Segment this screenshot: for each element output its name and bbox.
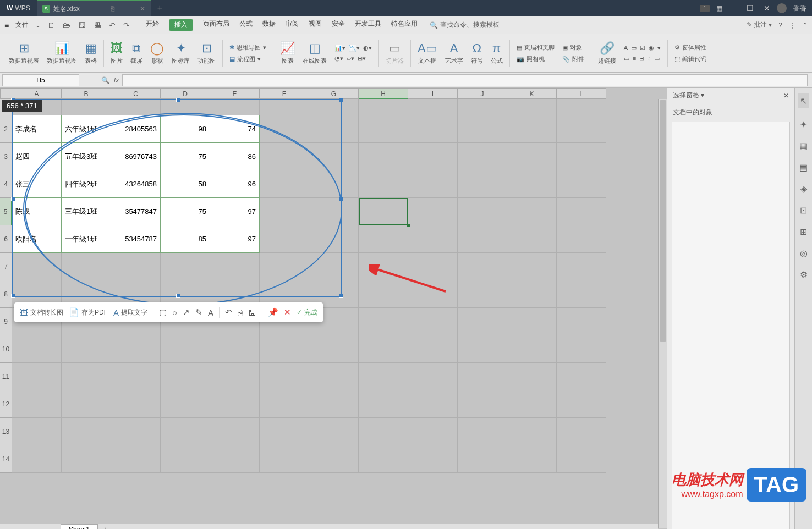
cell[interactable] [507, 198, 557, 225]
screenshot-button[interactable]: ⧉截屏 [127, 37, 146, 70]
cell[interactable] [359, 198, 408, 225]
cell[interactable] [359, 308, 408, 335]
row-header[interactable]: 4 [0, 170, 12, 198]
wps-logo[interactable]: W WPS [0, 4, 37, 12]
tab-special[interactable]: 特色应用 [391, 19, 418, 31]
notification-badge[interactable]: 1 [700, 5, 710, 12]
cell[interactable] [557, 170, 606, 198]
cell[interactable] [359, 115, 408, 143]
help-icon[interactable]: ? [778, 21, 782, 29]
cell[interactable] [507, 280, 557, 308]
cell[interactable] [507, 225, 557, 253]
cell[interactable] [507, 253, 557, 280]
tab-data[interactable]: 数据 [262, 19, 276, 31]
cell[interactable] [111, 335, 161, 363]
col-header[interactable]: F [260, 88, 309, 99]
cell[interactable] [111, 418, 161, 445]
col-header[interactable]: I [408, 88, 458, 99]
flowchart-button[interactable]: ⬓流程图 ▾ [229, 55, 266, 63]
sidebar-icon[interactable]: ⊞ [800, 227, 807, 237]
fill-handle[interactable] [407, 224, 410, 227]
cell[interactable] [12, 445, 62, 473]
rectangle-tool-icon[interactable]: ▢ [159, 307, 167, 317]
table-button[interactable]: ▦表格 [81, 37, 100, 70]
cell[interactable] [507, 99, 557, 115]
annotate-button[interactable]: ✎ 批注 ▾ [747, 20, 772, 30]
panel-close-icon[interactable]: ✕ [783, 92, 789, 100]
cell[interactable] [408, 363, 458, 390]
sheet-tab[interactable]: Sheet1 [61, 524, 98, 530]
chart-button[interactable]: 📈图表 [277, 37, 298, 70]
cell[interactable] [458, 363, 507, 390]
cell[interactable] [408, 335, 458, 363]
online-chart-button[interactable]: ◫在线图表 [299, 37, 330, 70]
smartart-button[interactable]: ⊡功能图 [194, 37, 219, 70]
cell[interactable] [507, 170, 557, 198]
cell[interactable] [161, 363, 210, 390]
cell[interactable] [111, 445, 161, 473]
pie-icon[interactable]: ◔▾ [334, 55, 343, 62]
cell[interactable] [408, 253, 458, 280]
cell[interactable] [359, 143, 408, 170]
cell[interactable] [557, 253, 606, 280]
cell[interactable] [12, 363, 62, 390]
tab-layout[interactable]: 页面布局 [203, 19, 229, 31]
save-pdf-button[interactable]: 📄存为PDF [69, 307, 108, 317]
tab-start[interactable]: 开始 [146, 19, 159, 31]
tab-security[interactable]: 安全 [332, 19, 345, 31]
cell[interactable] [557, 143, 606, 170]
cell[interactable] [62, 418, 111, 445]
cell[interactable] [359, 170, 408, 198]
sidebar-icon[interactable]: ◎ [800, 248, 808, 258]
row-header[interactable]: 10 [0, 335, 12, 363]
fx-icon[interactable]: fx [114, 76, 119, 84]
cell[interactable] [12, 418, 62, 445]
cell[interactable] [458, 418, 507, 445]
cell[interactable] [408, 225, 458, 253]
equation-button[interactable]: π公式 [487, 37, 506, 70]
row-header[interactable]: 6 [0, 225, 12, 253]
screenshot-selection[interactable] [12, 99, 342, 297]
col-header[interactable]: A [12, 88, 62, 99]
redo-icon[interactable]: ↷ [123, 21, 130, 30]
cell[interactable] [12, 390, 62, 418]
print-icon[interactable]: 🖶 [94, 21, 101, 30]
tab-dev[interactable]: 开发工具 [355, 19, 381, 31]
tab-view[interactable]: 视图 [309, 19, 322, 31]
undo-tool-icon[interactable]: ↶ [225, 307, 232, 317]
cell[interactable] [557, 335, 606, 363]
spreadsheet[interactable]: A B C D E F G H I J K L 1 2 3 4 5 6 7 8 … [0, 88, 667, 529]
cell[interactable] [210, 418, 260, 445]
col-header[interactable]: G [309, 88, 359, 99]
save-tool-icon[interactable]: 🖫 [248, 308, 256, 317]
row-header[interactable]: 9 [0, 308, 12, 335]
cell[interactable] [309, 445, 359, 473]
cell[interactable] [458, 280, 507, 308]
cell[interactable] [557, 308, 606, 335]
zoom-icon[interactable]: 🔍 [101, 76, 109, 84]
sidebar-icon[interactable]: ◈ [800, 184, 807, 194]
cell[interactable] [12, 335, 62, 363]
extract-text-button[interactable]: A提取文字 [113, 308, 147, 317]
cell[interactable] [359, 445, 408, 473]
cell[interactable] [458, 225, 507, 253]
tab-pin-icon[interactable]: ⎘ [111, 5, 114, 13]
cell[interactable] [408, 445, 458, 473]
cell[interactable] [507, 390, 557, 418]
form-controls[interactable]: A▭☑◉▾ [624, 45, 661, 52]
header-footer-button[interactable]: ▤页眉和页脚 [517, 43, 555, 52]
cell[interactable] [557, 99, 606, 115]
cell[interactable] [408, 115, 458, 143]
cell[interactable] [62, 363, 111, 390]
cell[interactable] [359, 390, 408, 418]
col-header[interactable]: C [111, 88, 161, 99]
cell[interactable] [62, 390, 111, 418]
pin-tool-icon[interactable]: 📌 [268, 307, 278, 317]
cell[interactable] [309, 363, 359, 390]
row-header[interactable]: 13 [0, 418, 12, 445]
symbol-button[interactable]: Ω符号 [468, 37, 486, 70]
maximize-icon[interactable]: ☐ [747, 4, 754, 13]
row-header[interactable]: 2 [0, 115, 12, 143]
cell[interactable] [408, 198, 458, 225]
more-icon[interactable]: ⋮ [789, 21, 795, 29]
